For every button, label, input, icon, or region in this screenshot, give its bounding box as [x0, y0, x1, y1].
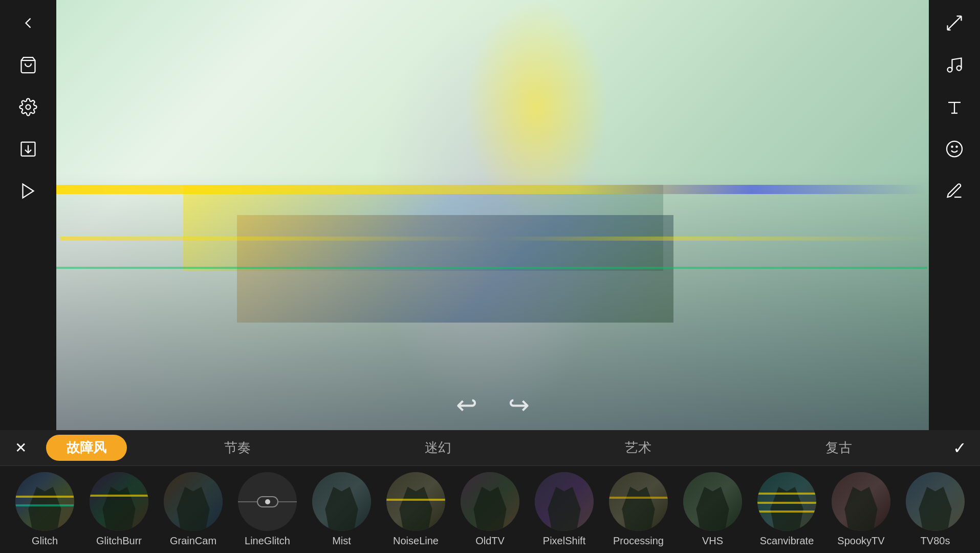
- effect-label-glitch: Glitch: [32, 535, 58, 547]
- right-sidebar: [929, 0, 980, 430]
- effect-lineglitch[interactable]: LineGlitch: [230, 472, 304, 547]
- text-button[interactable]: [942, 94, 967, 120]
- effect-noiseline[interactable]: NoiseLine: [379, 472, 453, 547]
- effect-label-glitchburr: GlitchBurr: [96, 535, 142, 547]
- emoji-button[interactable]: [942, 136, 967, 162]
- redo-button[interactable]: ↪: [508, 390, 530, 420]
- effect-thumb-pixelshift: [535, 472, 594, 531]
- effect-thumb-graincam: [164, 472, 223, 531]
- bottom-panel: ✕ 故障风 节奏 迷幻 艺术 复古 ✓ Glitch G: [0, 430, 980, 553]
- effect-spookytv[interactable]: SpookyTV: [824, 472, 898, 547]
- effects-row: Glitch GlitchBurr GrainCam: [0, 466, 980, 553]
- effect-thumb-spookytv: [832, 472, 890, 531]
- undo-button[interactable]: ↩: [456, 390, 477, 420]
- effect-thumb-mist: [312, 472, 371, 531]
- effect-thumb-lineglitch: [238, 472, 297, 531]
- magic-wand-button[interactable]: [942, 10, 967, 36]
- glitch-line-1: [56, 185, 926, 194]
- effect-thumb-processing: [609, 472, 668, 531]
- effect-label-oldtv: OldTV: [475, 535, 505, 547]
- glitch-line-2: [60, 237, 929, 241]
- tab-retro[interactable]: 复古: [738, 435, 939, 461]
- settings-button[interactable]: [15, 94, 41, 120]
- effect-glitch[interactable]: Glitch: [8, 472, 82, 547]
- effect-vhs[interactable]: VHS: [676, 472, 750, 547]
- effect-label-pixelshift: PixelShift: [543, 535, 585, 547]
- effect-label-mist: Mist: [332, 535, 351, 547]
- music-button[interactable]: [942, 52, 967, 78]
- effect-glitchburr[interactable]: GlitchBurr: [82, 472, 156, 547]
- effect-scanvibrate[interactable]: Scanvibrate: [750, 472, 824, 547]
- effect-thumb-glitchburr: [90, 472, 148, 531]
- effect-label-graincam: GrainCam: [170, 535, 216, 547]
- glitch-block-2: [237, 215, 673, 323]
- effect-pixelshift[interactable]: PixelShift: [527, 472, 601, 547]
- effect-thumb-scanvibrate: [757, 472, 816, 531]
- canvas-controls: ↩ ↪: [456, 390, 530, 420]
- effect-label-scanvibrate: Scanvibrate: [760, 535, 814, 547]
- effect-label-lineglitch: LineGlitch: [245, 535, 290, 547]
- effect-label-processing: Processing: [613, 535, 664, 547]
- download-button[interactable]: [15, 136, 41, 162]
- effect-label-tv80s: TV80s: [921, 535, 950, 547]
- effect-graincam[interactable]: GrainCam: [156, 472, 230, 547]
- effect-thumb-glitch: [15, 472, 74, 531]
- play-button[interactable]: [15, 178, 41, 204]
- effect-label-spookytv: SpookyTV: [837, 535, 884, 547]
- svg-line-10: [952, 21, 957, 26]
- effect-oldtv[interactable]: OldTV: [453, 472, 527, 547]
- confirm-button[interactable]: ✓: [949, 438, 970, 458]
- svg-point-12: [957, 66, 962, 71]
- canvas-area: ↩ ↪: [56, 0, 929, 430]
- svg-point-16: [947, 141, 962, 157]
- shop-button[interactable]: [15, 52, 41, 78]
- category-tabs: ✕ 故障风 节奏 迷幻 艺术 复古 ✓: [0, 430, 980, 466]
- photo-background: [56, 0, 929, 430]
- effect-thumb-vhs: [683, 472, 742, 531]
- effect-label-noiseline: NoiseLine: [393, 535, 439, 547]
- draw-button[interactable]: [942, 178, 967, 204]
- tab-art[interactable]: 艺术: [538, 435, 739, 461]
- effect-thumb-oldtv: [461, 472, 519, 531]
- effect-thumb-noiseline: [386, 472, 445, 531]
- svg-marker-4: [23, 184, 34, 198]
- svg-point-1: [26, 105, 31, 110]
- effect-tv80s[interactable]: TV80s: [898, 472, 972, 547]
- tab-fantasy[interactable]: 迷幻: [338, 435, 538, 461]
- back-button[interactable]: [15, 10, 41, 36]
- glitch-line-3: [56, 267, 927, 269]
- effect-thumb-tv80s: [906, 472, 965, 531]
- svg-point-11: [948, 68, 952, 72]
- effect-label-vhs: VHS: [702, 535, 723, 547]
- effect-processing[interactable]: Processing: [601, 472, 676, 547]
- left-sidebar: [0, 0, 56, 430]
- effect-mist[interactable]: Mist: [304, 472, 379, 547]
- tab-rhythm[interactable]: 节奏: [137, 435, 338, 461]
- photo-container: [56, 0, 929, 430]
- tab-glitch[interactable]: 故障风: [46, 435, 127, 461]
- close-button[interactable]: ✕: [10, 438, 31, 458]
- main-area: ↩ ↪: [0, 0, 980, 430]
